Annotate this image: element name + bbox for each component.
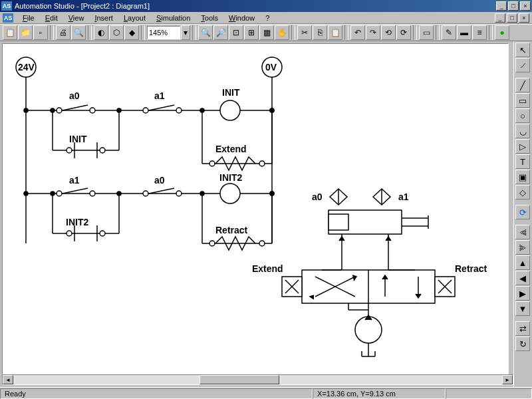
preview-button[interactable]: 🔍: [71, 25, 86, 40]
toolbar: 📋 📁 ▫ 🖨 🔍 ◐ ⬡ ◆ ▾ 🔍 🔎 ⊡ ⊞ ▦ ✋ ✂ ⎘ 📋 ↶ ↷ …: [0, 24, 532, 41]
pointer-tool[interactable]: ↖: [515, 43, 530, 57]
zoom-dropdown[interactable]: ▾: [181, 25, 190, 40]
status-bar: Ready X=13.36 cm, Y=9.13 cm: [0, 387, 532, 399]
svg-line-12: [149, 105, 174, 110]
tool-button[interactable]: ◆: [124, 25, 139, 40]
mdi-close-button[interactable]: ×: [519, 13, 529, 23]
svg-point-37: [176, 191, 182, 196]
label-init2: INIT2: [219, 172, 242, 183]
mdi-minimize-button[interactable]: _: [495, 13, 505, 23]
menu-view[interactable]: View: [63, 13, 90, 23]
scroll-track[interactable]: [13, 375, 502, 384]
horizontal-scrollbar[interactable]: ◄ ►: [2, 374, 513, 385]
redo-button[interactable]: ↷: [366, 25, 380, 40]
rotate-tool[interactable]: ↻: [515, 336, 530, 351]
zoom-out-button[interactable]: 🔎: [213, 25, 228, 40]
separator: [436, 25, 440, 40]
refresh-tool[interactable]: ⟳: [515, 205, 530, 219]
svg-point-52: [200, 192, 204, 196]
svg-rect-57: [329, 214, 348, 230]
align-tool[interactable]: ◀: [515, 271, 530, 285]
link-tool[interactable]: ⟋: [515, 58, 530, 72]
line-tool[interactable]: ╱: [515, 78, 530, 92]
text-tool[interactable]: T: [515, 154, 530, 169]
svg-point-33: [57, 191, 62, 196]
mdi-maximize-button[interactable]: □: [507, 13, 517, 23]
grid-button[interactable]: ▦: [259, 25, 274, 40]
paste-button[interactable]: 📋: [3, 25, 17, 40]
menu-simulation[interactable]: Simulation: [151, 13, 196, 23]
separator: [413, 25, 417, 40]
minimize-button[interactable]: _: [496, 1, 507, 11]
draw-button[interactable]: ✎: [442, 25, 456, 40]
menu-edit[interactable]: Edit: [40, 13, 63, 23]
scroll-thumb[interactable]: [200, 375, 279, 384]
svg-point-29: [259, 161, 265, 166]
align-tool[interactable]: ⫸: [515, 240, 530, 255]
svg-point-55: [259, 241, 265, 246]
svg-point-18: [117, 108, 121, 112]
tool-button[interactable]: ≡: [472, 25, 487, 40]
align-tool[interactable]: ▶: [515, 286, 530, 301]
menu-tools[interactable]: Tools: [196, 13, 223, 23]
zoom-fit-button[interactable]: ⊡: [229, 25, 243, 40]
menu-insert[interactable]: Insert: [89, 13, 118, 23]
svg-line-38: [149, 188, 174, 194]
flip-tool[interactable]: ⇄: [515, 321, 530, 336]
ellipse-tool[interactable]: ○: [515, 108, 530, 123]
paste-button[interactable]: 📋: [328, 25, 342, 40]
svg-point-20: [100, 148, 105, 153]
zoom-in-button[interactable]: 🔍: [198, 25, 213, 40]
svg-point-44: [117, 192, 121, 196]
undo-button[interactable]: ↶: [350, 25, 365, 40]
tool-button[interactable]: ▭: [419, 25, 434, 40]
separator: [489, 25, 493, 40]
svg-point-19: [66, 148, 72, 153]
arc-tool[interactable]: ◡: [515, 124, 530, 138]
print-button[interactable]: 🖨: [56, 25, 70, 40]
svg-point-10: [143, 108, 148, 113]
title-bar: AS Automation Studio - [Project2 : Diagr…: [0, 0, 532, 12]
scroll-left-button[interactable]: ◄: [3, 375, 13, 384]
align-tool[interactable]: ▲: [515, 255, 530, 270]
polygon-tool[interactable]: ▷: [515, 139, 530, 154]
align-tool[interactable]: ▼: [515, 301, 530, 316]
tool-button[interactable]: ⟳: [396, 25, 411, 40]
tool-button[interactable]: ⬡: [109, 25, 124, 40]
scroll-right-button[interactable]: ►: [502, 375, 513, 384]
rect-tool[interactable]: ▭: [515, 93, 530, 108]
run-button[interactable]: ●: [495, 25, 509, 40]
cyl-sensor-a0: a0: [312, 192, 323, 202]
menu-layout[interactable]: Layout: [118, 13, 151, 23]
zoom-area-button[interactable]: ⊞: [244, 25, 259, 40]
svg-point-31: [24, 192, 28, 196]
diagram-canvas[interactable]: 24V 0V a0 a1 INIT INIT Extend a1 a0 INIT…: [2, 43, 509, 374]
svg-point-54: [209, 241, 215, 246]
align-tool[interactable]: ⫷: [515, 225, 530, 239]
color-button[interactable]: ▬: [457, 25, 471, 40]
copy-button[interactable]: ⎘: [313, 25, 327, 40]
tool-button[interactable]: ⟲: [381, 25, 396, 40]
menu-window[interactable]: Window: [223, 13, 260, 23]
maximize-button[interactable]: □: [508, 1, 519, 11]
cyl-sensor-a1: a1: [398, 192, 409, 202]
new-button[interactable]: ▫: [33, 25, 48, 40]
svg-point-39: [220, 184, 240, 203]
svg-point-27: [270, 108, 274, 112]
svg-point-13: [220, 100, 240, 120]
svg-point-45: [66, 231, 72, 236]
svg-point-8: [90, 108, 95, 113]
menu-help[interactable]: ?: [260, 13, 275, 23]
cut-button[interactable]: ✂: [297, 25, 312, 40]
node-24v: 24V: [18, 62, 35, 72]
status-spacer: [446, 388, 532, 399]
image-tool[interactable]: ▣: [515, 170, 530, 184]
tool-button[interactable]: ◐: [94, 25, 108, 40]
pan-button[interactable]: ✋: [275, 25, 289, 40]
open-button[interactable]: 📁: [18, 25, 33, 40]
field-tool[interactable]: ◇: [515, 185, 530, 200]
label-retract: Retract: [215, 225, 247, 235]
menu-file[interactable]: File: [17, 13, 40, 23]
zoom-input[interactable]: [147, 26, 180, 39]
close-button[interactable]: ×: [520, 1, 531, 11]
